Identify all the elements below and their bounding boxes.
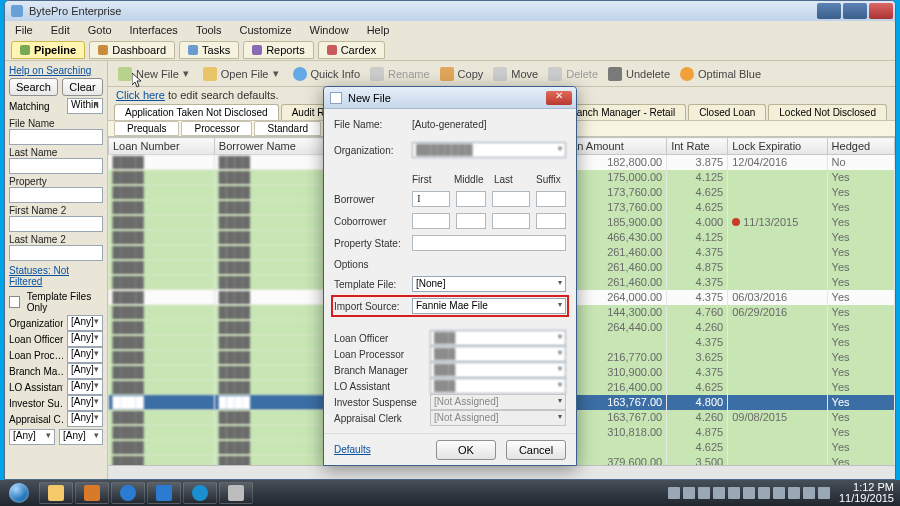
filter-dropdown-loan-officer[interactable]: [Any] <box>67 331 103 347</box>
field-input-last-name-2[interactable] <box>9 245 103 261</box>
dialog-close-button[interactable] <box>546 91 572 105</box>
col-loan-number[interactable]: Loan Number <box>109 138 215 155</box>
grid-scroll-horizontal[interactable] <box>108 465 895 479</box>
menu-customize[interactable]: Customize <box>236 22 296 38</box>
pipeline-tab-icon <box>20 45 30 55</box>
field-input-first-name-2[interactable] <box>9 216 103 232</box>
extra-filter-left[interactable]: [Any] <box>9 429 55 445</box>
menu-file[interactable]: File <box>11 22 37 38</box>
borrower-suffix-input[interactable] <box>536 191 566 207</box>
template-file-dropdown[interactable]: [None] <box>412 276 566 292</box>
clear-button[interactable]: Clear <box>62 78 103 96</box>
cell: ████ <box>109 230 215 245</box>
tab-dashboard[interactable]: Dashboard <box>89 41 175 59</box>
task-window[interactable] <box>219 482 253 504</box>
cell: Yes <box>827 395 894 410</box>
tool-copy[interactable]: Copy <box>440 67 484 81</box>
col-int-rate[interactable]: Int Rate <box>667 138 728 155</box>
cell: 4.260 <box>667 410 728 425</box>
template-files-only-row[interactable]: Template Files Only <box>9 291 103 313</box>
organization-dropdown[interactable]: ████████ <box>412 142 566 158</box>
tool-optimal-blue[interactable]: Optimal Blue <box>680 67 761 81</box>
role-dropdown-lo-assistant[interactable]: ███ <box>430 378 566 394</box>
filter-tab-locked-not-disclosed[interactable]: Locked Not Disclosed <box>768 104 887 120</box>
role-dropdown-branch-manager[interactable]: ███ <box>430 362 566 378</box>
tab-pipeline[interactable]: Pipeline <box>11 41 85 59</box>
menu-help[interactable]: Help <box>363 22 394 38</box>
file-name-value: [Auto-generated] <box>412 119 487 130</box>
property-state-input[interactable] <box>412 235 566 251</box>
filter-tab-application-taken-not-disclosed[interactable]: Application Taken Not Disclosed <box>114 104 279 120</box>
task-media[interactable] <box>75 482 109 504</box>
tab-reports[interactable]: Reports <box>243 41 314 59</box>
tool-open-file[interactable]: Open File▾ <box>203 67 283 81</box>
filter-dropdown-investor-su-[interactable]: [Any] <box>67 395 103 411</box>
cell: ████ <box>109 260 215 275</box>
task-ie[interactable] <box>111 482 145 504</box>
filter-tab-closed-loan[interactable]: Closed Loan <box>688 104 766 120</box>
minimize-button[interactable] <box>817 3 841 19</box>
defaults-link[interactable]: Defaults <box>334 444 371 455</box>
cell: 11/13/2015 <box>728 215 827 230</box>
field-input-last-name[interactable] <box>9 158 103 174</box>
sub-tab-standard[interactable]: Standard <box>254 121 321 136</box>
maximize-button[interactable] <box>843 3 867 19</box>
borrower-first-input[interactable]: I <box>412 191 450 207</box>
cell: ████ <box>109 395 215 410</box>
ok-button[interactable]: OK <box>436 440 496 460</box>
cell: Yes <box>827 440 894 455</box>
col-last: Last <box>494 174 530 185</box>
cell: ████ <box>109 185 215 200</box>
role-dropdown-loan-officer[interactable]: ███ <box>430 330 566 346</box>
filter-dropdown-lo-assistant[interactable]: [Any] <box>67 379 103 395</box>
cell: 3.875 <box>667 155 728 170</box>
coborrower-middle-input[interactable] <box>456 213 486 229</box>
tool-quick-info[interactable]: Quick Info <box>293 67 361 81</box>
cell: Yes <box>827 245 894 260</box>
field-input-property[interactable] <box>9 187 103 203</box>
extra-filter-right[interactable]: [Any] <box>59 429 103 445</box>
matching-dropdown[interactable]: Within <box>67 98 103 114</box>
role-dropdown-loan-processor[interactable]: ███ <box>430 346 566 362</box>
menu-edit[interactable]: Edit <box>47 22 74 38</box>
close-button[interactable] <box>869 3 893 19</box>
cell: 4.625 <box>667 185 728 200</box>
coborrower-first-input[interactable] <box>412 213 450 229</box>
filter-dropdown-loan-proc-[interactable]: [Any] <box>67 347 103 363</box>
tab-cardex[interactable]: Cardex <box>318 41 385 59</box>
template-files-only-checkbox[interactable] <box>9 296 20 308</box>
filter-dropdown-organization[interactable]: [Any] <box>67 315 103 331</box>
coborrower-suffix-input[interactable] <box>536 213 566 229</box>
borrower-middle-input[interactable] <box>456 191 486 207</box>
task-explorer[interactable] <box>39 482 73 504</box>
menu-window[interactable]: Window <box>306 22 353 38</box>
dialog-title: New File <box>348 92 391 104</box>
statuses-link[interactable]: Statuses: Not Filtered <box>9 265 103 287</box>
start-button[interactable] <box>0 480 38 506</box>
search-button[interactable]: Search <box>9 78 58 96</box>
menu-interfaces[interactable]: Interfaces <box>126 22 182 38</box>
menu-tools[interactable]: Tools <box>192 22 226 38</box>
task-outlook[interactable] <box>147 482 181 504</box>
sub-tab-processor[interactable]: Processor <box>181 121 252 136</box>
filter-dropdown-appraisal-c-[interactable]: [Any] <box>67 411 103 427</box>
borrower-last-input[interactable] <box>492 191 530 207</box>
tool-undelete[interactable]: Undelete <box>608 67 670 81</box>
tab-tasks[interactable]: Tasks <box>179 41 239 59</box>
tool-new-file[interactable]: New File▾ <box>118 67 193 81</box>
click-here-link[interactable]: Click here <box>116 89 165 101</box>
col-hedged[interactable]: Hedged <box>827 138 894 155</box>
col-lock-expiratio[interactable]: Lock Expiratio <box>728 138 827 155</box>
filter-dropdown-branch-ma-[interactable]: [Any] <box>67 363 103 379</box>
tool-move[interactable]: Move <box>493 67 538 81</box>
import-source-dropdown[interactable]: Fannie Mae File <box>412 298 566 314</box>
cancel-button[interactable]: Cancel <box>506 440 566 460</box>
coborrower-last-input[interactable] <box>492 213 530 229</box>
menu-goto[interactable]: Goto <box>84 22 116 38</box>
field-input-file-name[interactable] <box>9 129 103 145</box>
taskbar-clock[interactable]: 1:12 PM 11/19/2015 <box>839 482 894 504</box>
sub-tab-prequals[interactable]: Prequals <box>114 121 179 136</box>
task-teamviewer[interactable] <box>183 482 217 504</box>
help-searching-link[interactable]: Help on Searching <box>9 65 103 76</box>
system-tray[interactable] <box>668 487 830 499</box>
